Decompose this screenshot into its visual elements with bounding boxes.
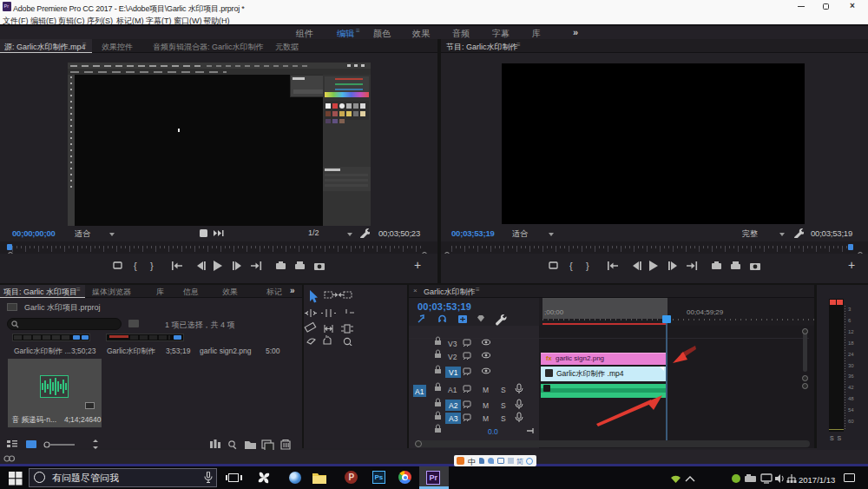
svg-text:}: }: [150, 261, 154, 271]
svg-text:}: }: [586, 261, 589, 271]
svg-text:{: {: [569, 261, 573, 271]
svg-text:{: {: [134, 261, 137, 271]
